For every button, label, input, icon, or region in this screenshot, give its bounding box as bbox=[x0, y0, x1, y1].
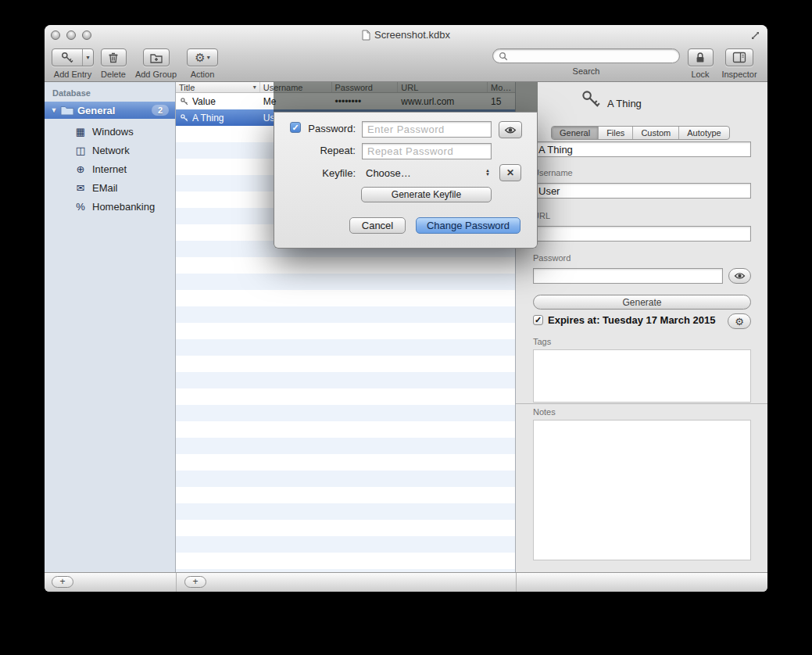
username-field[interactable] bbox=[533, 183, 751, 199]
email-icon: ✉ bbox=[74, 182, 87, 194]
section-divider bbox=[516, 403, 767, 404]
inspector-panel: A Thing General Files Custom Autotype Us… bbox=[516, 82, 767, 572]
keyfile-popup[interactable]: Choose… ▲ ▼ bbox=[362, 164, 492, 181]
toolbar: ▾ Add Entry Delete bbox=[45, 45, 767, 82]
search-label: Search bbox=[573, 66, 600, 76]
inspector-tabs: General Files Custom Autotype bbox=[551, 126, 730, 140]
stepper-icon: ▲ ▼ bbox=[485, 169, 492, 177]
add-group-plus-button[interactable]: + bbox=[52, 576, 73, 588]
tab-custom[interactable]: Custom bbox=[633, 127, 679, 139]
bottom-bar: + + bbox=[45, 572, 767, 592]
divider bbox=[516, 573, 517, 592]
repeat-password-input[interactable] bbox=[362, 143, 492, 159]
sheet-reveal-password-button[interactable] bbox=[499, 121, 522, 138]
sheet-password-label: Password: bbox=[304, 123, 356, 134]
search-icon bbox=[499, 52, 508, 61]
notes-field[interactable] bbox=[533, 420, 751, 560]
username-label: Username bbox=[533, 168, 573, 177]
internet-icon: ⊕ bbox=[74, 163, 87, 175]
sidebar-item-label: Windows bbox=[92, 126, 134, 138]
folder-icon bbox=[60, 105, 74, 116]
gear-icon: ⚙ bbox=[195, 51, 205, 65]
folder-plus-icon bbox=[149, 52, 163, 64]
sidebar-item-label: Network bbox=[92, 145, 130, 156]
expires-checkbox[interactable]: ✓ bbox=[533, 315, 543, 325]
delete-label: Delete bbox=[101, 70, 126, 79]
cancel-button[interactable]: Cancel bbox=[349, 217, 406, 234]
tab-autotype[interactable]: Autotype bbox=[679, 127, 728, 139]
sidebar-item-label: EMail bbox=[92, 182, 118, 194]
sidebar-group-label: General bbox=[77, 105, 115, 116]
window-chrome: Screenshot.kdbx ▾ Add Entry bbox=[45, 25, 767, 82]
divider bbox=[176, 573, 177, 592]
key-icon bbox=[180, 97, 189, 106]
title-field[interactable] bbox=[533, 141, 751, 157]
homebanking-icon: % bbox=[74, 201, 87, 213]
add-entry-plus-button[interactable]: + bbox=[184, 576, 206, 588]
tab-files[interactable]: Files bbox=[599, 127, 633, 139]
sidebar-section-header: Database bbox=[52, 88, 91, 98]
sidebar-item-label: Homebanking bbox=[92, 201, 155, 213]
entry-title: Value bbox=[192, 96, 216, 107]
password-checkbox[interactable]: ✓ bbox=[290, 122, 301, 133]
sidebar-item-windows[interactable]: ▦ Windows bbox=[45, 122, 175, 141]
sheet-repeat-label: Repeat: bbox=[290, 145, 356, 156]
inspector-button[interactable] bbox=[725, 48, 753, 66]
disclosure-triangle-icon[interactable]: ▼ bbox=[48, 106, 60, 114]
sort-arrow-icon: ▾ bbox=[253, 82, 256, 92]
column-header-title[interactable]: Title ▾ bbox=[176, 82, 260, 92]
sidebar-item-label: Internet bbox=[92, 163, 127, 175]
entry-title: A Thing bbox=[192, 113, 224, 123]
lock-label: Lock bbox=[691, 70, 709, 79]
delete-button[interactable] bbox=[101, 48, 127, 66]
expires-options-button[interactable]: ⚙ bbox=[728, 313, 751, 329]
sidebar: Database ▼ General 2 ▦ Windows ◫ Network bbox=[45, 82, 176, 572]
key-icon bbox=[52, 49, 82, 66]
tab-general[interactable]: General bbox=[552, 127, 599, 139]
sheet-keyfile-label: Keyfile: bbox=[290, 167, 356, 179]
action-button[interactable]: ⚙ ▾ bbox=[187, 48, 218, 66]
tags-field[interactable] bbox=[533, 349, 751, 403]
change-password-button[interactable]: Change Password bbox=[416, 217, 520, 234]
desktop-background: Screenshot.kdbx ▾ Add Entry bbox=[0, 0, 812, 655]
sidebar-item-email[interactable]: ✉ EMail bbox=[45, 178, 175, 197]
check-icon: ✓ bbox=[535, 315, 542, 325]
sidebar-item-network[interactable]: ◫ Network bbox=[45, 141, 175, 159]
windows-icon: ▦ bbox=[74, 126, 87, 138]
close-icon: ✕ bbox=[506, 167, 514, 178]
inspector-label: Inspector bbox=[721, 70, 757, 79]
add-group-button[interactable] bbox=[143, 48, 170, 66]
gear-icon: ⚙ bbox=[735, 316, 744, 328]
new-password-input[interactable] bbox=[362, 121, 492, 138]
action-label: Action bbox=[191, 70, 215, 79]
change-password-sheet: ✓ Password: Repeat: Keyfile: Choose… ▲ ▼… bbox=[274, 112, 538, 249]
reveal-password-button[interactable] bbox=[728, 268, 751, 284]
trash-icon bbox=[107, 51, 120, 64]
sidebar-group-general[interactable]: ▼ General 2 bbox=[45, 102, 175, 119]
generate-keyfile-button[interactable]: Generate Keyfile bbox=[361, 187, 492, 202]
generate-password-button[interactable]: Generate bbox=[533, 295, 751, 310]
document-proxy-icon[interactable] bbox=[362, 30, 370, 41]
fullscreen-icon[interactable] bbox=[749, 30, 761, 41]
network-icon: ◫ bbox=[74, 145, 87, 156]
search-input[interactable] bbox=[511, 51, 674, 62]
sidebar-item-homebanking[interactable]: % Homebanking bbox=[45, 197, 175, 216]
add-group-label: Add Group bbox=[135, 70, 177, 79]
lock-icon bbox=[694, 51, 706, 64]
titlebar[interactable]: Screenshot.kdbx bbox=[45, 25, 767, 45]
add-entry-button[interactable]: ▾ bbox=[52, 48, 94, 66]
password-label: Password bbox=[533, 253, 571, 263]
app-window: Screenshot.kdbx ▾ Add Entry bbox=[45, 25, 767, 592]
entry-key-icon bbox=[580, 88, 602, 110]
url-field[interactable] bbox=[533, 226, 751, 242]
clear-keyfile-button[interactable]: ✕ bbox=[499, 164, 521, 181]
add-entry-dropdown-icon[interactable]: ▾ bbox=[82, 49, 93, 66]
search-field[interactable] bbox=[492, 48, 680, 63]
inspector-entry-title: A Thing bbox=[607, 98, 642, 109]
password-field[interactable] bbox=[533, 268, 723, 284]
notes-label: Notes bbox=[533, 407, 556, 417]
lock-button[interactable] bbox=[688, 48, 714, 66]
expires-label: Expires at: Tuesday 17 March 2015 bbox=[548, 314, 715, 326]
sidebar-item-internet[interactable]: ⊕ Internet bbox=[45, 159, 175, 178]
inspector-panel-icon bbox=[732, 52, 746, 63]
